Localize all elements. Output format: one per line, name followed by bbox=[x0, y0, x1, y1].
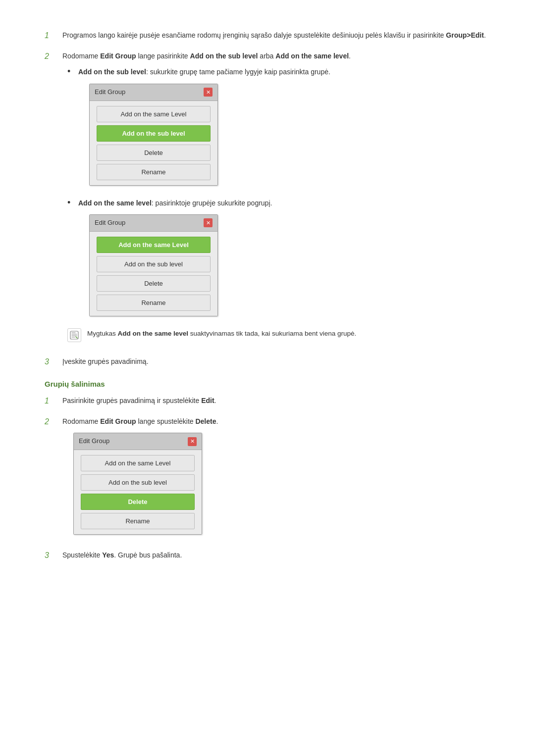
deletion-numbered-list: 1 Pasirinkite grupės pavadinimą ir spust… bbox=[45, 395, 490, 561]
dialog-btn-same-level-3[interactable]: Add on the same Level bbox=[81, 455, 195, 471]
bullet-dot-2: • bbox=[67, 198, 73, 208]
bullet-text-sub: Add on the sub level: sukurkite grupę ta… bbox=[78, 66, 490, 191]
del-step1-before: Pasirinkite grupės pavadinimą ir spustel… bbox=[62, 397, 201, 404]
bullet-dot-1: • bbox=[67, 66, 73, 77]
dialog-titlebar-2: Edit Group ✕ bbox=[90, 215, 217, 232]
del-step2-before: Rodomame bbox=[62, 417, 100, 425]
numbered-item-3: 3 Įveskite grupės pavadinimą. bbox=[45, 356, 490, 368]
deletion-step-text-2: Rodomame Edit Group lange spustelėkite D… bbox=[62, 416, 490, 541]
step2-bold3: Add on the same level bbox=[275, 52, 349, 60]
dialog-title-3: Edit Group bbox=[79, 436, 109, 447]
deletion-step-number-2: 2 bbox=[45, 416, 54, 428]
bullet-list-2: • Add on the sub level: sukurkite grupę … bbox=[67, 66, 490, 322]
del-step1-after: . bbox=[214, 397, 216, 404]
dialog-close-btn-3[interactable]: ✕ bbox=[188, 437, 197, 446]
step3-text: Įveskite grupės pavadinimą. bbox=[62, 357, 149, 365]
deletion-step-number-1: 1 bbox=[45, 395, 54, 407]
dialog-btn-rename-3[interactable]: Rename bbox=[81, 513, 195, 529]
del-step1-bold: Edit bbox=[201, 397, 214, 404]
note-block-same-level: Mygtukas Add on the same level suaktyvin… bbox=[67, 328, 490, 342]
dialog-btn-sub-level-1[interactable]: Add on the sub level bbox=[97, 125, 211, 142]
note-bold: Add on the same level bbox=[118, 330, 189, 337]
deletion-item-2: 2 Rodomame Edit Group lange spustelėkite… bbox=[45, 416, 490, 541]
note-text-after: suaktyvinamas tik tada, kai sukuriama be… bbox=[188, 330, 356, 337]
deletion-item-1: 1 Pasirinkite grupės pavadinimą ir spust… bbox=[45, 395, 490, 407]
step1-text-after: . bbox=[484, 31, 486, 39]
deletion-step-text-1: Pasirinkite grupės pavadinimą ir spustel… bbox=[62, 395, 490, 406]
deletion-step-number-3: 3 bbox=[45, 550, 54, 561]
step-text-1: Programos lango kairėje pusėje esančiame… bbox=[62, 30, 490, 41]
dialog-delete: Edit Group ✕ Add on the same Level Add o… bbox=[73, 433, 202, 535]
dialog-same-level: Edit Group ✕ Add on the same Level Add o… bbox=[89, 214, 218, 316]
step-number-2: 2 bbox=[45, 50, 54, 62]
dialog-btn-same-level-2[interactable]: Add on the same Level bbox=[97, 237, 211, 253]
note-text: Mygtukas Add on the same level suaktyvin… bbox=[87, 328, 356, 339]
note-text-before: Mygtukas bbox=[87, 330, 118, 337]
main-numbered-list: 1 Programos lango kairėje pusėje esančia… bbox=[45, 30, 490, 368]
step-number-3: 3 bbox=[45, 356, 54, 368]
section-header-deletion: Grupių šalinimas bbox=[45, 380, 490, 388]
dialog-btn-rename-2[interactable]: Rename bbox=[97, 295, 211, 311]
note-icon bbox=[67, 328, 81, 342]
bullet-sub-colon-text: : sukurkite grupę tame pačiame lygyje ka… bbox=[146, 68, 330, 76]
deletion-step-text-3: Spustelėkite Yes. Grupė bus pašalinta. bbox=[62, 550, 490, 560]
dialog-btn-sub-level-2[interactable]: Add on the sub level bbox=[97, 256, 211, 272]
bullet-sub-label-bold: Add on the sub level bbox=[78, 68, 146, 76]
dialog-btn-delete-1[interactable]: Delete bbox=[97, 145, 211, 161]
step1-text-before: Programos lango kairėje pusėje esančiame… bbox=[62, 31, 446, 39]
bullet-item-same-level: • Add on the same level: pasirinktoje gr… bbox=[67, 198, 490, 322]
dialog-title-2: Edit Group bbox=[95, 218, 125, 228]
del-step3-after: . Grupė bus pašalinta. bbox=[114, 551, 182, 559]
bullet-same-label-bold: Add on the same level bbox=[78, 199, 152, 207]
step2-bold2: Add on the sub level bbox=[190, 52, 258, 60]
step2-intro: Rodomame Edit Group lange pasirinkite Ad… bbox=[62, 52, 351, 60]
bullet-same-colon-text: : pasirinktoje grupėje sukurkite pogrupį… bbox=[152, 199, 272, 207]
dialog-close-btn-2[interactable]: ✕ bbox=[204, 218, 213, 227]
step-text-2: Rodomame Edit Group lange pasirinkite Ad… bbox=[62, 50, 490, 347]
dialog-titlebar-1: Edit Group ✕ bbox=[90, 84, 217, 101]
dialog-sub-level: Edit Group ✕ Add on the same Level Add o… bbox=[89, 84, 218, 186]
page-content: 1 Programos lango kairėje pusėje esančia… bbox=[45, 30, 490, 561]
numbered-item-2: 2 Rodomame Edit Group lange pasirinkite … bbox=[45, 50, 490, 347]
del-step3-bold: Yes bbox=[102, 551, 114, 559]
dialog-btn-same-level-1[interactable]: Add on the same Level bbox=[97, 106, 211, 122]
del-step2-bold2: Delete bbox=[195, 417, 216, 425]
dialog-btn-delete-3[interactable]: Delete bbox=[81, 494, 195, 510]
dialog-btn-sub-level-3[interactable]: Add on the sub level bbox=[81, 474, 195, 491]
step-number-1: 1 bbox=[45, 30, 54, 42]
bullet-item-sub-level: • Add on the sub level: sukurkite grupę … bbox=[67, 66, 490, 191]
del-step3-before: Spustelėkite bbox=[62, 551, 102, 559]
numbered-item-1: 1 Programos lango kairėje pusėje esančia… bbox=[45, 30, 490, 42]
bullet-text-same: Add on the same level: pasirinktoje grup… bbox=[78, 198, 490, 322]
del-step2-after: . bbox=[216, 417, 218, 425]
dialog-title-1: Edit Group bbox=[95, 87, 125, 98]
dialog-btn-rename-1[interactable]: Rename bbox=[97, 164, 211, 180]
dialog-body-3: Add on the same Level Add on the sub lev… bbox=[74, 450, 202, 534]
del-step2-bold1: Edit Group bbox=[100, 417, 136, 425]
step1-bold: Group>Edit bbox=[446, 31, 484, 39]
dialog-btn-delete-2[interactable]: Delete bbox=[97, 275, 211, 292]
dialog-body-2: Add on the same Level Add on the sub lev… bbox=[90, 232, 217, 316]
dialog-close-btn-1[interactable]: ✕ bbox=[204, 88, 213, 97]
step2-bold1: Edit Group bbox=[100, 52, 136, 60]
step-text-3: Įveskite grupės pavadinimą. bbox=[62, 356, 490, 367]
dialog-body-1: Add on the same Level Add on the sub lev… bbox=[90, 101, 217, 185]
dialog-titlebar-3: Edit Group ✕ bbox=[74, 433, 202, 450]
del-step2-mid: lange spustelėkite bbox=[136, 417, 196, 425]
deletion-item-3: 3 Spustelėkite Yes. Grupė bus pašalinta. bbox=[45, 550, 490, 561]
